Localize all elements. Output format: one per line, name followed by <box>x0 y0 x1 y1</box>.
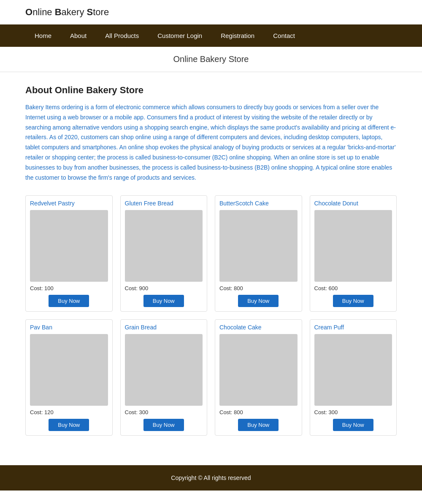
nav-item: Customer Login <box>148 24 211 47</box>
buy-now-button[interactable]: Buy Now <box>238 295 279 307</box>
buy-now-button[interactable]: Buy Now <box>143 419 184 431</box>
products-grid: Redvelvet PastryCost: 100Buy NowGluten F… <box>25 195 397 436</box>
nav-item: About <box>61 24 96 47</box>
product-name: Chocolate Cake <box>219 324 298 331</box>
buy-now-button[interactable]: Buy Now <box>49 295 89 307</box>
product-name: Pav Ban <box>30 324 108 331</box>
copyright-text: Copyright © All rights reserved <box>171 474 251 481</box>
product-image <box>219 210 298 282</box>
product-name: Grain Bread <box>125 324 203 331</box>
product-cost: Cost: 800 <box>219 409 298 415</box>
product-name: Redvelvet Pastry <box>30 200 108 207</box>
main-content: About Online Bakery Store Bakery Items o… <box>0 72 422 448</box>
about-body: Bakery Items ordering is a form of elect… <box>25 102 397 183</box>
product-cost: Cost: 100 <box>30 285 108 291</box>
product-card: Redvelvet PastryCost: 100Buy Now <box>25 195 113 312</box>
product-image <box>125 210 203 282</box>
buy-now-button[interactable]: Buy Now <box>49 419 89 431</box>
nav-link-customer-login[interactable]: Customer Login <box>148 24 211 47</box>
product-card: Cream PuffCost: 300Buy Now <box>310 319 397 436</box>
about-heading: About Online Bakery Store <box>25 85 397 96</box>
product-cost: Cost: 600 <box>314 285 392 291</box>
product-image <box>30 334 108 406</box>
site-footer: Copyright © All rights reserved <box>0 465 422 491</box>
product-image <box>30 210 108 282</box>
page-heading: Online Bakery Store <box>0 47 422 72</box>
buy-now-button[interactable]: Buy Now <box>238 419 279 431</box>
nav-link-home[interactable]: Home <box>25 24 61 47</box>
product-cost: Cost: 300 <box>314 409 392 415</box>
product-card: Grain BreadCost: 300Buy Now <box>120 319 208 436</box>
buy-now-button[interactable]: Buy Now <box>333 295 373 307</box>
nav-link-about[interactable]: About <box>61 24 96 47</box>
nav-link-contact[interactable]: Contact <box>264 24 304 47</box>
product-card: Chocolate DonutCost: 600Buy Now <box>310 195 397 312</box>
product-name: ButterScotch Cake <box>219 200 298 207</box>
main-nav: HomeAboutAll ProductsCustomer LoginRegis… <box>0 24 422 47</box>
nav-item: All Products <box>96 24 148 47</box>
product-card: Chocolate CakeCost: 800Buy Now <box>215 319 302 436</box>
site-header: Online Bakery Store <box>0 0 422 24</box>
product-card: Gluten Free BreadCost: 900Buy Now <box>120 195 208 312</box>
product-image <box>219 334 298 406</box>
site-logo: Online Bakery Store <box>25 7 109 18</box>
nav-link-all-products[interactable]: All Products <box>96 24 148 47</box>
product-image <box>314 334 392 406</box>
product-cost: Cost: 300 <box>125 409 203 415</box>
product-card: Pav BanCost: 120Buy Now <box>25 319 113 436</box>
product-name: Chocolate Donut <box>314 200 392 207</box>
nav-link-registration[interactable]: Registration <box>211 24 264 47</box>
buy-now-button[interactable]: Buy Now <box>143 295 184 307</box>
product-cost: Cost: 800 <box>219 285 298 291</box>
product-image <box>125 334 203 406</box>
product-name: Cream Puff <box>314 324 392 331</box>
product-cost: Cost: 900 <box>125 285 203 291</box>
nav-list: HomeAboutAll ProductsCustomer LoginRegis… <box>25 24 397 47</box>
nav-item: Registration <box>211 24 264 47</box>
nav-item: Contact <box>264 24 304 47</box>
nav-item: Home <box>25 24 61 47</box>
product-image <box>314 210 392 282</box>
buy-now-button[interactable]: Buy Now <box>333 419 373 431</box>
about-section: About Online Bakery Store Bakery Items o… <box>25 85 397 183</box>
product-name: Gluten Free Bread <box>125 200 203 207</box>
product-card: ButterScotch CakeCost: 800Buy Now <box>215 195 302 312</box>
product-cost: Cost: 120 <box>30 409 108 415</box>
